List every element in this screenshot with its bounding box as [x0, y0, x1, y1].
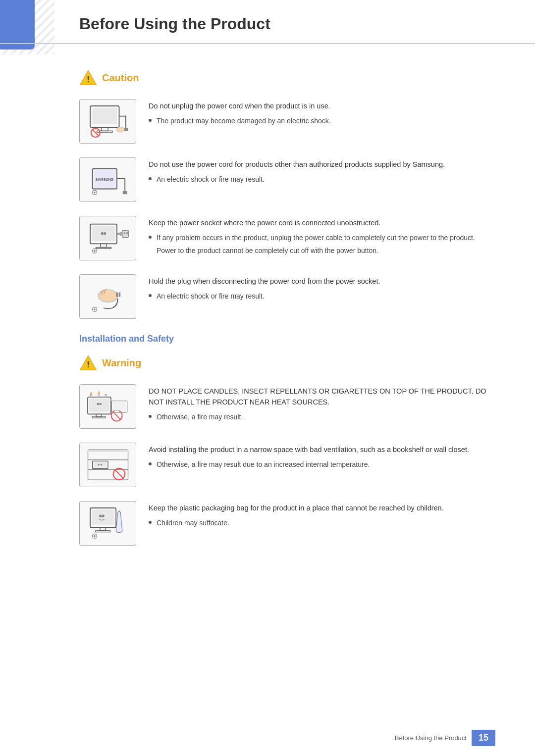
svg-point-75: [94, 535, 96, 537]
caution-icon-1: [79, 99, 136, 144]
svg-rect-44: [96, 414, 102, 416]
svg-point-30: [126, 232, 128, 234]
svg-rect-28: [122, 230, 128, 237]
warning-icon: !: [79, 354, 97, 372]
svg-point-29: [123, 232, 125, 234]
caution-item-2-main: Do not use the power cord for products o…: [149, 159, 495, 170]
svg-rect-3: [92, 108, 117, 124]
svg-point-70: [102, 514, 104, 517]
svg-line-54: [112, 411, 120, 419]
warning-title: Warning: [102, 357, 141, 369]
svg-point-22: [101, 232, 103, 234]
page-title: Before Using the Product: [79, 15, 495, 33]
warning-item-1-main: DO NOT PLACE CANDLES, INSECT REPELLANTS …: [149, 386, 495, 408]
svg-rect-25: [96, 247, 111, 249]
svg-rect-46: [90, 394, 92, 397]
svg-point-48: [90, 392, 92, 394]
warning-item-3-main: Keep the plastic packaging bag for the p…: [149, 503, 495, 514]
svg-text:!: !: [87, 360, 89, 369]
svg-rect-49: [98, 393, 100, 397]
installation-section-divider: Installation and Safety: [79, 334, 495, 344]
warning-item-3-bullet-0: Children may suffocate.: [149, 518, 495, 528]
warning-item-2: Avoid installing the product in a narrow…: [79, 443, 495, 487]
bullet-text: If any problem occurs in the product, un…: [157, 233, 475, 243]
page-footer: Before Using the Product 15: [395, 730, 495, 746]
footer-label: Before Using the Product: [395, 734, 467, 742]
caution-title: Caution: [102, 72, 139, 84]
caution-item-2-text: Do not use the power cord for products o…: [149, 157, 495, 187]
bullet-dot: [149, 177, 152, 180]
svg-point-19: [94, 191, 96, 193]
bullet-text: Otherwise, a fire may result.: [157, 412, 243, 422]
caution-item-4-bullet-0: An electric shock or fire may result.: [149, 291, 495, 302]
warning-icon-1: [79, 384, 136, 429]
installation-section-title: Installation and Safety: [79, 334, 495, 344]
warning-icon-3: [79, 501, 136, 546]
svg-rect-72: [95, 530, 110, 532]
caution-item-3: Keep the power socket where the power co…: [79, 216, 495, 260]
warning-item-3: Keep the plastic packaging bag for the p…: [79, 501, 495, 546]
svg-rect-41: [89, 399, 109, 412]
warning-item-2-bullet-0: Otherwise, a fire may result due to an i…: [149, 459, 495, 470]
caution-item-3-subtext: Power to the product cannot be completel…: [157, 246, 495, 256]
warning-item-1: DO NOT PLACE CANDLES, INSECT REPELLANTS …: [79, 384, 495, 429]
warning-item-3-text: Keep the plastic packaging bag for the p…: [149, 501, 495, 531]
svg-rect-56: [112, 402, 126, 410]
bullet-dot: [149, 294, 152, 297]
warning-icon-2: [79, 443, 136, 487]
caution-header: ! Caution: [79, 69, 495, 87]
caution-item-3-main: Keep the power socket where the power co…: [149, 218, 495, 229]
svg-point-42: [97, 403, 99, 405]
svg-text:!: !: [87, 75, 89, 84]
svg-rect-34: [116, 292, 118, 297]
svg-point-69: [99, 514, 102, 517]
bullet-dot: [149, 236, 152, 239]
caution-icon-2: SAMSUNG: [79, 157, 136, 202]
svg-rect-4: [101, 127, 108, 131]
warning-item-1-text: DO NOT PLACE CANDLES, INSECT REPELLANTS …: [149, 384, 495, 425]
svg-point-37: [94, 308, 96, 310]
main-content: ! Caution Do: [0, 44, 535, 589]
page-header: Before Using the Product: [0, 0, 535, 44]
warning-item-1-bullet-0: Otherwise, a fire may result.: [149, 412, 495, 422]
caution-item-4-text: Hold the plug when disconnecting the pow…: [149, 274, 495, 304]
svg-rect-45: [92, 416, 106, 417]
svg-point-63: [98, 463, 100, 465]
svg-line-11: [92, 129, 99, 136]
caution-item-4: Hold the plug when disconnecting the pow…: [79, 274, 495, 319]
caution-item-2: SAMSUNG Do not use the power cord for pr…: [79, 157, 495, 202]
bullet-dot: [149, 119, 152, 122]
svg-text:SAMSUNG: SAMSUNG: [95, 177, 113, 182]
caution-item-1-text: Do not unplug the power cord when the pr…: [149, 99, 495, 129]
bullet-text: Otherwise, a fire may result due to an i…: [157, 459, 370, 470]
bullet-text: An electric shock or fire may result.: [157, 174, 265, 185]
warning-item-2-main: Avoid installing the product in a narrow…: [149, 445, 495, 455]
caution-item-2-bullet-0: An electric shock or fire may result.: [149, 174, 495, 185]
bullet-dot: [149, 521, 152, 524]
svg-rect-35: [118, 292, 120, 297]
caution-icon-3: [79, 216, 136, 260]
svg-point-64: [100, 463, 102, 465]
caution-item-1-bullet-0: The product may become damaged by an ele…: [149, 116, 495, 126]
svg-point-32: [94, 250, 96, 252]
bullet-dot: [149, 462, 152, 465]
svg-point-51: [98, 391, 100, 394]
caution-item-1-main: Do not unplug the power cord when the pr…: [149, 101, 495, 112]
svg-rect-62: [94, 462, 107, 467]
caution-icon-4: [79, 274, 136, 319]
bullet-text: The product may become damaged by an ele…: [157, 116, 331, 126]
bullet-text: Children may suffocate.: [157, 518, 229, 528]
page-number: 15: [472, 730, 495, 746]
bullet-dot: [149, 415, 152, 418]
warning-header: ! Warning: [79, 354, 495, 372]
svg-rect-24: [100, 244, 107, 247]
svg-point-9: [116, 127, 124, 132]
svg-rect-17: [122, 191, 127, 194]
caution-item-3-text: Keep the power socket where the power co…: [149, 216, 495, 256]
caution-item-1: Do not unplug the power cord when the pr…: [79, 99, 495, 144]
bullet-text: An electric shock or fire may result.: [157, 291, 265, 302]
svg-point-23: [104, 232, 106, 234]
svg-rect-71: [100, 527, 106, 530]
svg-rect-58: [88, 450, 128, 452]
svg-point-43: [99, 403, 102, 405]
